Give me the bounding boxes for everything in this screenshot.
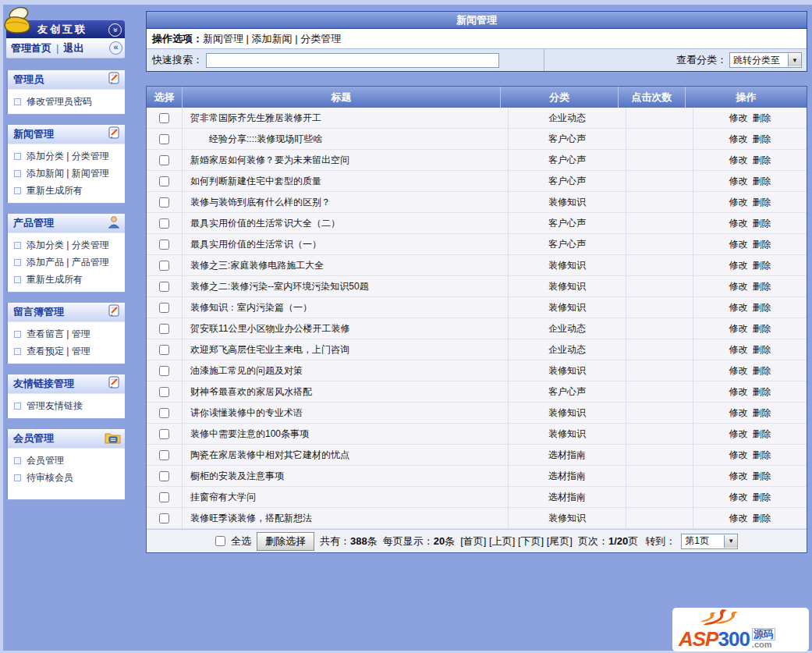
category-select[interactable]: 跳转分类至 ▼ [729, 52, 802, 68]
delete-link[interactable]: 删除 [753, 239, 771, 250]
delete-link[interactable]: 删除 [753, 112, 771, 123]
sidebar-item[interactable]: 添加分类 | 分类管理 [8, 236, 125, 254]
news-title-link[interactable]: 装修之二:装修污染--室内环境污染知识50题 [190, 281, 369, 292]
edit-link[interactable]: 修改 [729, 176, 748, 186]
news-title-link[interactable]: 陶瓷在家居装修中相对其它建材的忧点 [190, 449, 349, 460]
news-title-link[interactable]: 欢迎郑飞高层住宅业主来电，上门咨询 [190, 344, 349, 355]
row-checkbox[interactable] [159, 471, 169, 481]
sidebar-item[interactable]: 添加新闻 | 新闻管理 [8, 165, 125, 182]
row-checkbox[interactable] [159, 366, 169, 376]
news-title-link[interactable]: 讲你读懂装修中的专业术语 [190, 407, 303, 418]
delete-link[interactable]: 删除 [753, 513, 771, 523]
news-title-link[interactable]: 贺安联11公里小区物业办公楼开工装修 [190, 323, 349, 334]
quick-search-input[interactable] [206, 53, 499, 68]
delete-link[interactable]: 删除 [753, 470, 771, 481]
edit-link[interactable]: 修改 [729, 428, 748, 439]
edit-link[interactable]: 修改 [729, 218, 748, 229]
edit-link[interactable]: 修改 [729, 112, 748, 123]
sidebar-item[interactable]: 重新生成所有 [8, 182, 125, 199]
row-checkbox[interactable] [159, 155, 169, 165]
news-title-link[interactable]: 贺非常国际齐先生雅居装修开工 [190, 112, 321, 123]
delete-link[interactable]: 删除 [753, 176, 771, 186]
pager-link[interactable]: [下页] [518, 535, 544, 547]
sidebar-item[interactable]: 添加分类 | 分类管理 [8, 147, 125, 165]
row-checkbox[interactable] [159, 240, 169, 250]
chevron-double-down-icon[interactable]: « [108, 23, 122, 37]
news-title-link[interactable]: 经验分享::::装修现场盯些啥 [190, 133, 322, 144]
delete-link[interactable]: 删除 [753, 323, 771, 334]
goto-page-select[interactable]: 第1页 ▼ [681, 534, 738, 549]
news-title-link[interactable]: 装修与装饰到底有什么样的区别？ [190, 197, 331, 208]
delete-link[interactable]: 删除 [753, 449, 771, 460]
row-checkbox[interactable] [159, 345, 169, 355]
row-checkbox[interactable] [159, 261, 169, 271]
select-all-checkbox[interactable] [215, 536, 225, 546]
delete-link[interactable]: 删除 [753, 281, 771, 292]
operation-link[interactable]: 添加新闻 [252, 33, 293, 44]
logout-link[interactable]: 退出 [63, 41, 83, 55]
edit-link[interactable]: 修改 [729, 492, 748, 502]
edit-link[interactable]: 修改 [729, 449, 748, 460]
row-checkbox[interactable] [159, 429, 169, 439]
delete-link[interactable]: 删除 [753, 492, 771, 502]
delete-link[interactable]: 删除 [753, 302, 771, 313]
news-title-link[interactable]: 油漆施工常见的问题及对策 [190, 365, 303, 376]
row-checkbox[interactable] [159, 176, 169, 186]
news-title-link[interactable]: 装修知识：室内污染篇（一） [190, 302, 312, 313]
news-title-link[interactable]: 财神爷最喜欢的家居风水搭配 [190, 386, 312, 397]
sidebar-item[interactable]: 待审核会员 [8, 469, 125, 486]
edit-link[interactable]: 修改 [729, 513, 748, 523]
row-checkbox[interactable] [159, 324, 169, 334]
sidebar-item[interactable]: 查看留言 | 管理 [8, 325, 125, 342]
news-title-link[interactable]: 挂窗帘有大学问 [190, 492, 256, 502]
operation-link[interactable]: 分类管理 [300, 33, 341, 44]
row-checkbox[interactable] [159, 387, 169, 397]
sidebar-item[interactable]: 会员管理 [8, 452, 125, 469]
delete-link[interactable]: 删除 [753, 154, 771, 165]
row-checkbox[interactable] [159, 408, 169, 418]
news-title-link[interactable]: 装修之三:家庭装修电路施工大全 [190, 260, 324, 271]
chevron-double-left-icon[interactable]: « [109, 41, 122, 55]
delete-selected-button[interactable]: 删除选择 [257, 532, 314, 551]
edit-link[interactable]: 修改 [729, 197, 748, 208]
edit-link[interactable]: 修改 [729, 407, 748, 418]
delete-link[interactable]: 删除 [753, 197, 771, 208]
chevron-down-icon[interactable]: ▼ [724, 535, 737, 548]
row-checkbox[interactable] [159, 197, 169, 208]
row-checkbox[interactable] [159, 513, 169, 523]
operation-link[interactable]: 新闻管理 [203, 33, 243, 44]
delete-link[interactable]: 删除 [753, 218, 771, 229]
news-title-link[interactable]: 新婚家居如何装修？要为未来留出空间 [190, 154, 349, 165]
delete-link[interactable]: 删除 [753, 344, 771, 355]
admin-home-link[interactable]: 管理首页 [11, 41, 51, 55]
edit-link[interactable]: 修改 [729, 344, 748, 355]
news-title-link[interactable]: 装修中需要注意的100条事项 [190, 428, 309, 439]
edit-link[interactable]: 修改 [729, 260, 748, 271]
row-checkbox[interactable] [159, 218, 169, 229]
edit-link[interactable]: 修改 [729, 470, 748, 481]
news-title-link[interactable]: 装修旺季谈装修，搭配新想法 [190, 513, 312, 523]
pager-link[interactable]: [尾页] [547, 535, 573, 547]
pager-link[interactable]: [首页] [460, 535, 486, 547]
sidebar-item[interactable]: 重新生成所有 [8, 271, 125, 288]
delete-link[interactable]: 删除 [753, 386, 771, 397]
row-checkbox[interactable] [159, 282, 169, 292]
edit-link[interactable]: 修改 [729, 386, 748, 397]
sidebar-item[interactable]: 管理友情链接 [8, 397, 125, 414]
delete-link[interactable]: 删除 [753, 260, 771, 271]
sidebar-item[interactable]: 查看预定 | 管理 [8, 342, 125, 360]
delete-link[interactable]: 删除 [753, 365, 771, 376]
delete-link[interactable]: 删除 [753, 428, 771, 439]
pager-link[interactable]: [上页] [489, 535, 515, 547]
news-title-link[interactable]: 橱柜的安装及注意事项 [190, 470, 284, 481]
news-title-link[interactable]: 最具实用价值的生活常识（一） [190, 239, 321, 250]
edit-link[interactable]: 修改 [729, 323, 748, 334]
delete-link[interactable]: 删除 [753, 133, 771, 144]
row-checkbox[interactable] [159, 492, 169, 502]
delete-link[interactable]: 删除 [753, 407, 771, 418]
row-checkbox[interactable] [159, 113, 169, 123]
news-title-link[interactable]: 如何判断新建住宅中套型的质量 [190, 176, 321, 186]
row-checkbox[interactable] [159, 134, 169, 144]
edit-link[interactable]: 修改 [729, 239, 748, 250]
sidebar-item[interactable]: 修改管理员密码 [8, 93, 125, 110]
